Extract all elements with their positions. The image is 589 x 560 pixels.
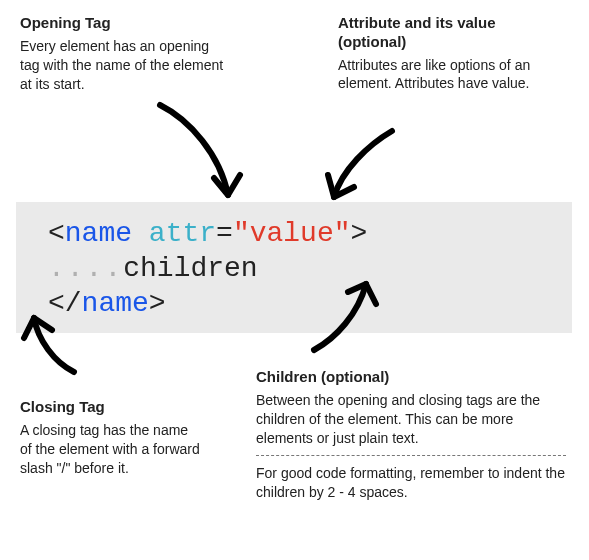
angle-bracket: >: [149, 288, 166, 319]
element-name: name: [65, 218, 132, 249]
attribute-value: value: [250, 218, 334, 249]
annotation-hint: For good code formatting, remember to in…: [256, 464, 566, 502]
annotation-body: Between the opening and closing tags are…: [256, 391, 566, 448]
arrow-icon: [150, 100, 250, 210]
annotation-title: Opening Tag: [20, 14, 230, 33]
annotation-title: Children (optional): [256, 368, 566, 387]
annotation-attribute: Attribute and its value (optional) Attri…: [338, 14, 558, 93]
equals: =: [216, 218, 233, 249]
arrow-icon: [320, 125, 410, 210]
angle-bracket: <: [48, 218, 65, 249]
arrow-icon: [300, 272, 390, 362]
angle-bracket: >: [351, 218, 368, 249]
indent-dots: ....: [48, 253, 123, 284]
annotation-body: A closing tag has the name of the elemen…: [20, 421, 200, 478]
annotation-opening-tag: Opening Tag Every element has an opening…: [20, 14, 230, 93]
annotation-body: Every element has an opening tag with th…: [20, 37, 230, 94]
children-text: children: [123, 253, 257, 284]
arrow-icon: [20, 308, 100, 388]
code-line-open: <name attr="value">: [48, 216, 554, 251]
attribute-name: attr: [149, 218, 216, 249]
annotation-closing-tag: Closing Tag A closing tag has the name o…: [20, 398, 200, 477]
annotation-title: Closing Tag: [20, 398, 200, 417]
annotation-body: Attributes are like options of an elemen…: [338, 56, 558, 94]
annotation-title: Attribute and its value (optional): [338, 14, 558, 52]
quote: ": [233, 218, 250, 249]
quote: ": [334, 218, 351, 249]
space: [132, 218, 149, 249]
divider: [256, 455, 566, 456]
annotation-children: Children (optional) Between the opening …: [256, 368, 566, 502]
